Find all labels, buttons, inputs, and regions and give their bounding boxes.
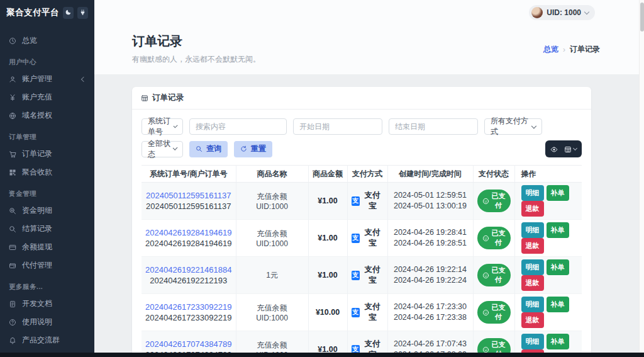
- action-refund-button[interactable]: 退款: [521, 238, 544, 254]
- sidebar-item-label: 余额提现: [22, 242, 52, 252]
- order-type-value: 系统订单号: [148, 116, 174, 137]
- start-date-input-wrap: [293, 118, 382, 135]
- sidebar-item-cart[interactable]: 订单记录: [0, 145, 94, 163]
- action-detail-button[interactable]: 明细: [521, 334, 544, 349]
- action-supplement-button[interactable]: 补单: [547, 297, 569, 312]
- sidebar-item-qr[interactable]: 聚合收款: [0, 163, 94, 181]
- search-icon: [196, 145, 203, 153]
- end-date-input[interactable]: [395, 122, 472, 131]
- sidebar-item-globe[interactable]: 域名授权: [0, 106, 94, 125]
- sidebar-item-doc[interactable]: 开发文档: [0, 295, 94, 313]
- status-label: 已支付: [492, 229, 506, 247]
- sidebar-item-overview[interactable]: 总览: [0, 31, 94, 50]
- action-refund-button[interactable]: 退款: [521, 275, 544, 291]
- start-date-input[interactable]: [299, 122, 376, 131]
- sidebar-item-yen[interactable]: 账户充值: [0, 88, 94, 106]
- action-detail-button[interactable]: 明细: [521, 259, 544, 275]
- system-order-link[interactable]: 2024042619221461884: [145, 264, 232, 275]
- table-icon: [141, 94, 148, 102]
- dark-mode-toggle[interactable]: [63, 7, 74, 19]
- action-supplement-button[interactable]: 补单: [547, 334, 569, 349]
- sidebar-item-search-plus[interactable]: 资金明细: [0, 201, 94, 220]
- page-subtitle: 有幽默感的人，永远都不会默默无闻。: [132, 54, 260, 65]
- sidebar-menu: 总览用户中心账户管理账户充值域名授权订单管理订单记录聚合收款资金管理资金明细结算…: [0, 25, 94, 349]
- table-cell: 20240426192841946192024042619284194619: [142, 220, 236, 257]
- qr-icon: [9, 169, 16, 176]
- sidebar-item-bell[interactable]: 产品交流群: [0, 331, 94, 349]
- table-toolbar: [545, 140, 582, 157]
- refresh-icon: [240, 145, 248, 153]
- search-input-wrap: [189, 118, 287, 135]
- status-badge: 已支付: [477, 264, 511, 286]
- card-header: 订单记录: [132, 87, 591, 110]
- sidebar-section-title: 用户中心: [0, 50, 94, 70]
- card-title: 订单记录: [152, 93, 184, 103]
- page-scrollbar[interactable]: [639, 0, 644, 353]
- payment-method-name: 支付宝: [362, 227, 383, 249]
- table-cell: 20240501125951611372024050112595161137: [142, 183, 236, 220]
- system-order-link[interactable]: 2024042619284194619: [145, 227, 232, 238]
- sidebar: 聚合支付平台 总览用户中心账户管理账户充值域名授权订单管理订单记录聚合收款资金管…: [0, 0, 94, 357]
- user-menu[interactable]: UID: 1000: [529, 5, 595, 20]
- sidebar-item-user[interactable]: 账户管理: [0, 70, 94, 88]
- action-supplement-button[interactable]: 补单: [547, 259, 569, 275]
- order-amount: ¥10.00: [316, 308, 340, 317]
- window-bottom-edge: [0, 353, 644, 357]
- sidebar-item-search[interactable]: 结算记录: [0, 220, 94, 238]
- status-select[interactable]: 全部状态: [142, 141, 183, 157]
- scrollbar-thumb[interactable]: [640, 3, 644, 31]
- bell-icon: [9, 337, 16, 344]
- sidebar-section-title: 更多服务...: [0, 275, 94, 295]
- column-header: 商品名称: [236, 166, 308, 183]
- table-cell: ¥10.00: [308, 294, 347, 331]
- table-cell: 已支付: [473, 220, 514, 257]
- finished-time: 2024-04-26 19:28:51: [392, 238, 469, 249]
- order-type-select[interactable]: 系统订单号: [142, 118, 183, 135]
- system-order-link[interactable]: 2024042617074384789: [145, 339, 232, 349]
- sidebar-section-title: 订单管理: [0, 125, 94, 145]
- action-refund-button[interactable]: 退款: [521, 201, 544, 217]
- table-cell: 2024-04-26 19:22:142024-04-26 19:22:24: [387, 257, 473, 294]
- alipay-icon: 支: [352, 234, 360, 243]
- action-detail-button[interactable]: 明细: [521, 185, 544, 201]
- table-cell: 明细补单退款: [514, 294, 582, 331]
- table-cell: 明细补单退款: [514, 257, 582, 294]
- logo-bar: 聚合支付平台: [0, 0, 94, 25]
- table-cell: 2024-04-26 19:28:412024-04-26 19:28:51: [387, 220, 473, 257]
- action-supplement-button[interactable]: 补单: [547, 222, 569, 238]
- sidebar-item-question[interactable]: 使用说明: [0, 313, 94, 331]
- doc-icon: [9, 300, 16, 308]
- smile-icon: [482, 272, 489, 279]
- pin-sidebar-button[interactable]: [77, 7, 88, 19]
- plug-icon: [79, 9, 87, 16]
- action-refund-button[interactable]: 退款: [521, 312, 544, 328]
- columns-dropdown-button[interactable]: [564, 145, 577, 153]
- table-cell: 明细补单退款: [514, 220, 582, 257]
- pay-method-select[interactable]: 所有支付方式: [484, 118, 542, 135]
- reset-button[interactable]: 重置: [234, 141, 272, 157]
- table-cell: ¥1.00: [308, 183, 347, 220]
- table-cell: 支支付宝: [347, 257, 387, 294]
- sidebar-item-wallet[interactable]: 代付管理: [0, 256, 94, 275]
- merchant-order-no: 2024042619284194619: [145, 238, 232, 249]
- query-button[interactable]: 查询: [189, 141, 228, 157]
- search-input[interactable]: [196, 122, 280, 131]
- breadcrumb-root-link[interactable]: 总览: [543, 44, 558, 55]
- sidebar-item-label: 订单记录: [22, 149, 52, 159]
- avatar: [531, 7, 543, 18]
- table-header-row: 系统订单号/商户订单号商品名称商品金额支付方式创建时间/完成时间支付状态操作: [142, 166, 582, 183]
- sidebar-item-card[interactable]: 余额提现: [0, 238, 94, 256]
- created-time: 2024-05-01 12:59:51: [392, 190, 469, 201]
- breadcrumb-separator: ›: [563, 45, 565, 54]
- toggle-visibility-button[interactable]: [550, 145, 558, 153]
- cart-icon: [9, 150, 16, 158]
- action-detail-button[interactable]: 明细: [521, 222, 544, 238]
- payment-method-name: 支付宝: [362, 190, 383, 212]
- status-badge: 已支付: [477, 190, 511, 212]
- sidebar-item-label: 账户管理: [22, 74, 52, 84]
- action-supplement-button[interactable]: 补单: [547, 185, 569, 201]
- system-order-link[interactable]: 2024050112595161137: [145, 190, 232, 201]
- action-detail-button[interactable]: 明细: [521, 297, 544, 312]
- system-order-link[interactable]: 2024042617233092219: [145, 302, 232, 312]
- table-cell: 支支付宝: [347, 294, 387, 331]
